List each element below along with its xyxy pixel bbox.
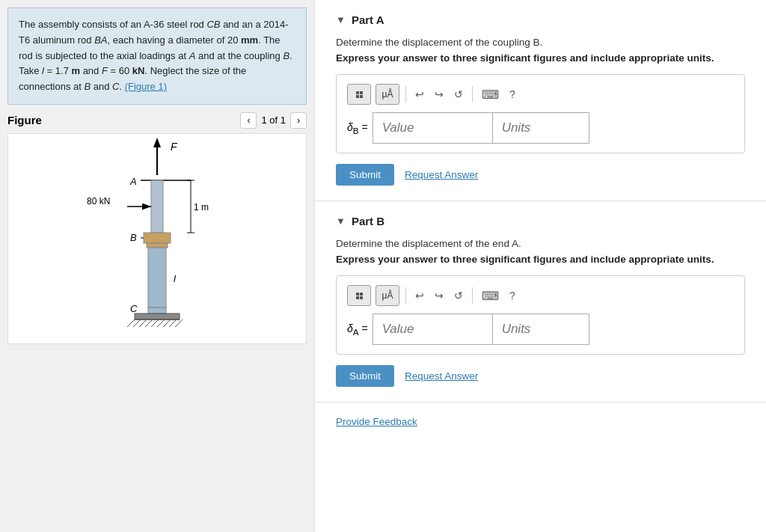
svg-marker-1 — [153, 138, 161, 147]
part-b-submit-button[interactable]: Submit — [336, 365, 394, 387]
figure-next-button[interactable]: › — [290, 112, 307, 129]
part-a-value-input[interactable] — [373, 112, 492, 144]
part-b-request-answer-button[interactable]: Request Answer — [405, 370, 478, 382]
svg-line-26 — [139, 319, 147, 327]
part-a-units-input[interactable] — [492, 112, 589, 144]
part-b-units-input[interactable] — [492, 314, 589, 345]
part-b-action-row: Submit Request Answer — [336, 365, 745, 387]
part-b-answer-box: μÅ ↩ ↪ ↺ ⌨ ? δA = — [336, 275, 745, 355]
part-b-toolbar-sep2 — [472, 287, 473, 304]
figure-title: Figure — [7, 114, 42, 126]
svg-line-24 — [127, 319, 135, 327]
part-b-toolbar-sep1 — [405, 287, 406, 304]
svg-text:80 kN: 80 kN — [87, 196, 110, 207]
svg-text:A: A — [129, 176, 137, 187]
part-b-redo-icon[interactable]: ↪ — [432, 288, 447, 303]
part-a-toolbar-sep1 — [405, 86, 406, 103]
svg-text:C: C — [130, 303, 138, 314]
part-b-value-input[interactable] — [373, 314, 492, 345]
svg-rect-21 — [148, 308, 166, 314]
figure-header: Figure ‹ 1 of 1 › — [7, 112, 307, 129]
part-a-description: Determine the displacement of the coupli… — [336, 37, 745, 48]
svg-rect-14 — [144, 233, 171, 243]
part-a-collapse-arrow[interactable]: ▼ — [336, 14, 346, 25]
svg-line-32 — [175, 319, 183, 327]
part-a-submit-button[interactable]: Submit — [336, 164, 394, 186]
figure-svg: F A 80 kN — [60, 134, 254, 343]
figure-page: 1 of 1 — [261, 114, 286, 126]
part-a-action-row: Submit Request Answer — [336, 164, 745, 186]
svg-line-25 — [133, 319, 141, 327]
figure-nav: ‹ 1 of 1 › — [240, 112, 307, 129]
svg-line-31 — [169, 319, 177, 327]
figure-area: F A 80 kN — [7, 133, 307, 344]
part-a-refresh-icon[interactable]: ↺ — [451, 87, 466, 102]
part-a-answer-box: μÅ ↩ ↪ ↺ ⌨ ? δB = — [336, 74, 745, 153]
part-a-section: ▼ Part A Determine the displacement of t… — [315, 0, 766, 201]
svg-text:l: l — [174, 273, 177, 284]
part-b-input-row: δA = — [347, 314, 734, 345]
svg-text:F: F — [171, 141, 178, 153]
left-panel: The assembly consists of an A-36 steel r… — [0, 0, 314, 532]
svg-line-30 — [163, 319, 171, 327]
part-a-keyboard-icon[interactable]: ⌨ — [479, 86, 502, 103]
part-b-refresh-icon[interactable]: ↺ — [451, 288, 466, 303]
right-panel: ▼ Part A Determine the displacement of t… — [314, 0, 766, 532]
part-b-help-icon[interactable]: ? — [506, 288, 518, 303]
svg-line-28 — [151, 319, 159, 327]
part-a-label: Part A — [352, 13, 384, 26]
svg-line-27 — [145, 319, 153, 327]
part-a-mu-button[interactable]: μÅ — [376, 84, 399, 105]
part-a-toolbar: μÅ ↩ ↪ ↺ ⌨ ? — [347, 84, 734, 105]
part-b-header: ▼ Part B — [336, 215, 745, 227]
part-a-redo-icon[interactable]: ↪ — [432, 87, 447, 102]
part-a-instruction: Express your answer to three significant… — [336, 52, 745, 64]
figure-prev-button[interactable]: ‹ — [240, 112, 257, 129]
problem-text-box: The assembly consists of an A-36 steel r… — [7, 7, 307, 105]
part-a-input-row: δB = — [347, 112, 734, 144]
svg-line-29 — [157, 319, 165, 327]
part-b-description: Determine the displacement of the end A. — [336, 238, 745, 249]
part-b-instruction: Express your answer to three significant… — [336, 254, 745, 265]
part-a-matrix-button[interactable] — [347, 84, 371, 105]
part-a-header: ▼ Part A — [336, 13, 745, 26]
figure-section: Figure ‹ 1 of 1 › F A — [7, 112, 307, 344]
provide-feedback-link[interactable]: Provide Feedback — [315, 403, 766, 441]
svg-text:1 m: 1 m — [194, 202, 209, 213]
part-b-toolbar: μÅ ↩ ↪ ↺ ⌨ ? — [347, 285, 734, 306]
part-b-keyboard-icon[interactable]: ⌨ — [479, 287, 502, 305]
figure-link[interactable]: (Figure 1) — [125, 81, 167, 92]
part-a-delta-label: δB = — [347, 121, 368, 135]
svg-rect-5 — [151, 180, 163, 233]
part-b-delta-label: δA = — [347, 322, 368, 337]
part-a-toolbar-sep2 — [472, 86, 473, 103]
part-a-request-answer-button[interactable]: Request Answer — [405, 169, 478, 180]
svg-rect-22 — [135, 314, 180, 319]
part-b-collapse-arrow[interactable]: ▼ — [336, 215, 346, 227]
part-b-label: Part B — [352, 215, 384, 227]
problem-text: The assembly consists of an A-36 steel r… — [19, 17, 295, 95]
svg-text:B: B — [130, 232, 137, 243]
part-a-undo-icon[interactable]: ↩ — [412, 87, 427, 102]
part-b-section: ▼ Part B Determine the displacement of t… — [315, 201, 766, 403]
part-b-undo-icon[interactable]: ↩ — [412, 288, 427, 303]
part-b-matrix-button[interactable] — [347, 285, 371, 306]
svg-rect-15 — [147, 243, 168, 248]
part-a-help-icon[interactable]: ? — [506, 87, 518, 102]
part-b-mu-button[interactable]: μÅ — [376, 285, 399, 306]
svg-rect-18 — [148, 248, 166, 308]
